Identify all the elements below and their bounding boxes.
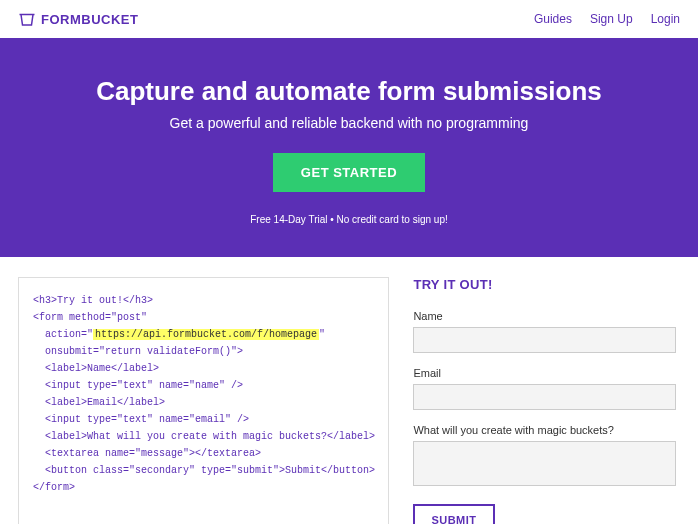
code-line: <label>What will you create with magic b… (33, 428, 374, 445)
name-input[interactable] (413, 327, 676, 353)
code-line: <button class="secondary" type="submit">… (33, 462, 374, 479)
nav: Guides Sign Up Login (534, 12, 680, 26)
message-label: What will you create with magic buckets? (413, 424, 676, 436)
form-panel: TRY IT OUT! Name Email What will you cre… (409, 277, 680, 524)
form-title: TRY IT OUT! (413, 277, 676, 292)
hero-subtitle: Get a powerful and reliable backend with… (20, 115, 678, 131)
code-line: action="https://api.formbucket.com/f/hom… (33, 326, 374, 343)
nav-login[interactable]: Login (651, 12, 680, 26)
code-line: <label>Name</label> (33, 360, 374, 377)
bucket-icon (18, 10, 36, 28)
code-line: <input type="text" name="name" /> (33, 377, 374, 394)
email-input[interactable] (413, 384, 676, 410)
code-panel: <h3>Try it out!</h3> <form method="post"… (18, 277, 389, 524)
nav-signup[interactable]: Sign Up (590, 12, 633, 26)
trial-text: Free 14-Day Trial • No credit card to si… (20, 214, 678, 225)
header: FORMBUCKET Guides Sign Up Login (0, 0, 698, 38)
code-line: </form> (33, 479, 374, 496)
hero-title: Capture and automate form submissions (20, 76, 678, 107)
code-line: onsubmit="return validateForm()"> (33, 343, 374, 360)
code-line: <textarea name="message"></textarea> (33, 445, 374, 462)
get-started-button[interactable]: GET STARTED (273, 153, 425, 192)
content: <h3>Try it out!</h3> <form method="post"… (0, 257, 698, 524)
email-label: Email (413, 367, 676, 379)
hero: Capture and automate form submissions Ge… (0, 38, 698, 257)
message-textarea[interactable] (413, 441, 676, 486)
submit-button[interactable]: SUBMIT (413, 504, 494, 524)
code-line: <input type="text" name="email" /> (33, 411, 374, 428)
code-line: <h3>Try it out!</h3> (33, 292, 374, 309)
code-line: <form method="post" (33, 309, 374, 326)
name-label: Name (413, 310, 676, 322)
highlighted-url: https://api.formbucket.com/f/homepage (93, 329, 319, 340)
logo[interactable]: FORMBUCKET (18, 10, 138, 28)
nav-guides[interactable]: Guides (534, 12, 572, 26)
code-line: <label>Email</label> (33, 394, 374, 411)
logo-text: FORMBUCKET (41, 12, 138, 27)
